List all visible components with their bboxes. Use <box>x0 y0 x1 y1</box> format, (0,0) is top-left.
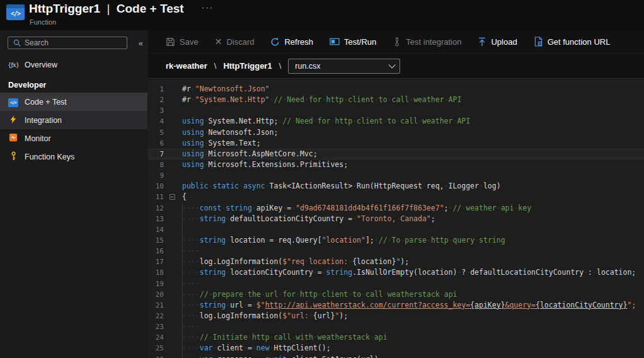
flask-icon <box>393 37 401 47</box>
line-number: 19 <box>148 279 164 289</box>
discard-button[interactable]: ✕ Discard <box>215 37 255 47</box>
fold-icon[interactable]: − <box>164 192 182 202</box>
line-number: 5 <box>148 127 164 138</box>
fold-slot <box>164 343 182 354</box>
code-line[interactable]: 10public·static·async·Task<IActionResult… <box>148 181 644 192</box>
code-line[interactable]: 19···· <box>148 279 644 289</box>
indent-guide <box>182 332 183 343</box>
line-number: 16 <box>148 246 164 257</box>
fold-slot <box>164 127 182 138</box>
code-line[interactable]: 7using·Microsoft.AspNetCore.Mvc; <box>148 149 644 159</box>
search-box[interactable] <box>8 37 127 49</box>
breadcrumb-app[interactable]: rk-weather <box>166 61 207 71</box>
code-line[interactable]: 2#r·"System.Net.Http"·//·Need·for·http·c… <box>148 95 644 105</box>
page-subtitle: Function <box>30 18 56 26</box>
line-number: 4 <box>148 116 164 127</box>
code-editor[interactable]: 1#r·"Newtonsoft.Json"2#r·"System.Net.Htt… <box>148 79 644 358</box>
fold-slot <box>164 170 182 181</box>
sidebar-item-code-test[interactable]: </> Code + Test <box>0 93 147 111</box>
fold-slot <box>164 95 182 105</box>
indent-guide <box>182 321 183 332</box>
line-number: 6 <box>148 138 164 149</box>
search-input[interactable] <box>25 38 119 47</box>
code-line[interactable]: 24····//·Initiate·http·call·with·weather… <box>148 332 644 343</box>
code-line[interactable]: 3 <box>148 105 644 116</box>
indent-guide <box>182 354 183 358</box>
code-line[interactable]: 18····string·locationCityCountry·=·strin… <box>148 267 644 278</box>
indent-guide <box>182 311 183 321</box>
line-number: 13 <box>148 214 164 224</box>
page-header: </> HttpTrigger1 | Code + Test ··· Funct… <box>0 0 644 30</box>
sidebar: « {ƒx} Overview Developer </> Code + Tes… <box>0 30 148 358</box>
upload-button[interactable]: Upload <box>478 37 517 47</box>
fold-slot <box>164 138 182 149</box>
test-run-button[interactable]: Test/Run <box>330 37 376 47</box>
code-line[interactable]: 26····var·response·=·await·client.GetAsy… <box>148 354 644 358</box>
fold-slot <box>164 116 182 127</box>
key-icon <box>8 151 19 163</box>
indent-guide <box>182 224 183 235</box>
file-select[interactable]: run.csx <box>288 59 400 74</box>
code-line[interactable]: 21····string·url·=·$"http://api.weathers… <box>148 300 644 311</box>
collapse-sidebar-icon[interactable]: « <box>139 38 143 48</box>
fold-slot <box>164 246 182 257</box>
line-number: 2 <box>148 95 164 105</box>
code-line[interactable]: 13····string·defaultLocationCityCountry·… <box>148 214 644 224</box>
test-integration-button[interactable]: Test integration <box>393 37 461 47</box>
file-select-value: run.csx <box>295 62 320 71</box>
sidebar-item-overview[interactable]: {ƒx} Overview <box>0 55 147 74</box>
line-number: 24 <box>148 332 164 343</box>
code-line[interactable]: 23···· <box>148 321 644 332</box>
line-number: 17 <box>148 257 164 267</box>
refresh-button[interactable]: Refresh <box>270 37 313 47</box>
indent-guide <box>182 279 183 289</box>
line-number: 10 <box>148 181 164 192</box>
code-line[interactable]: 4using·System.Net.Http;·//·Need·for·http… <box>148 116 644 127</box>
code-line[interactable]: 16···· <box>148 246 644 257</box>
code-line[interactable]: 11−{ <box>148 192 644 202</box>
sidebar-item-label: Monitor <box>25 134 51 143</box>
get-function-url-button[interactable]: Get function URL <box>534 37 611 47</box>
sidebar-item-monitor[interactable]: Monitor <box>0 129 147 147</box>
refresh-icon <box>270 37 280 47</box>
code-line[interactable]: 25····var·client·=·new·HttpClient(); <box>148 343 644 354</box>
fold-slot <box>164 224 182 235</box>
indent-guide <box>182 289 183 300</box>
title-divider: | <box>106 2 110 15</box>
code-line[interactable]: 1#r·"Newtonsoft.Json" <box>148 84 644 95</box>
code-line[interactable]: 6using·System.Text; <box>148 138 644 149</box>
indent-guide <box>182 246 183 257</box>
code-line[interactable]: 9 <box>148 170 644 181</box>
code-line[interactable]: 12····const·string·apiKey·=·"d9ad6748181… <box>148 203 644 214</box>
code-line[interactable]: 22····log.LogInformation($"url:·{url}"); <box>148 311 644 321</box>
code-line[interactable]: 15····string·location·=·req.Query["locat… <box>148 235 644 246</box>
line-number: 1 <box>148 84 164 95</box>
line-number: 15 <box>148 235 164 246</box>
breadcrumb-separator: \ <box>279 61 282 71</box>
fold-slot <box>164 279 182 289</box>
code-line[interactable]: 8using·Microsoft.Extensions.Primitives; <box>148 159 644 170</box>
fold-slot <box>164 311 182 321</box>
line-number: 14 <box>148 224 164 235</box>
line-number: 22 <box>148 311 164 321</box>
code-line[interactable]: 20····//·prepare·the·url·for·http·client… <box>148 289 644 300</box>
indent-guide <box>182 267 183 278</box>
more-options-icon[interactable]: ··· <box>202 3 214 12</box>
lightning-icon <box>8 115 19 126</box>
fold-slot <box>164 321 182 332</box>
monitor-icon <box>8 133 19 144</box>
save-button[interactable]: Save <box>166 37 198 47</box>
sidebar-item-label: Code + Test <box>25 98 67 107</box>
code-line[interactable]: 5using·Newtonsoft.Json; <box>148 127 644 138</box>
sidebar-item-function-keys[interactable]: Function Keys <box>0 147 147 166</box>
fold-slot <box>164 181 182 192</box>
fold-slot <box>164 354 182 358</box>
code-line[interactable]: 17····log.LogInformation($"req·location:… <box>148 257 644 267</box>
fold-slot <box>164 149 182 159</box>
breadcrumb-function[interactable]: HttpTrigger1 <box>223 61 272 71</box>
fold-slot <box>164 84 182 95</box>
sidebar-item-integration[interactable]: Integration <box>0 111 147 129</box>
line-number: 26 <box>148 354 164 358</box>
code-line[interactable]: 14 <box>148 224 644 235</box>
fx-overview-icon: {ƒx} <box>8 61 19 68</box>
